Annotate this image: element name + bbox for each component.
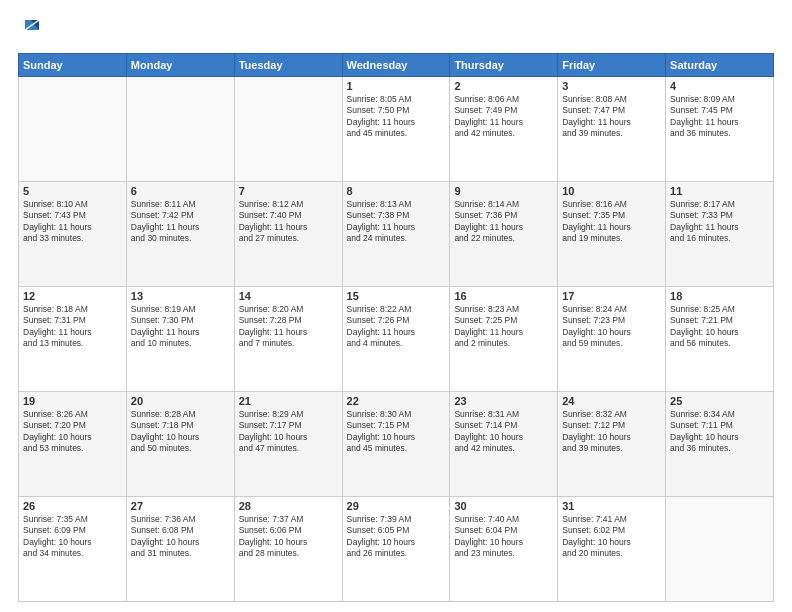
day-info: Sunrise: 8:10 AM Sunset: 7:43 PM Dayligh… xyxy=(23,199,122,245)
day-cell: 28Sunrise: 7:37 AM Sunset: 6:06 PM Dayli… xyxy=(234,496,342,601)
day-cell xyxy=(234,76,342,181)
day-info: Sunrise: 8:26 AM Sunset: 7:20 PM Dayligh… xyxy=(23,409,122,455)
day-number: 9 xyxy=(454,185,553,197)
day-cell: 25Sunrise: 8:34 AM Sunset: 7:11 PM Dayli… xyxy=(666,391,774,496)
day-info: Sunrise: 8:12 AM Sunset: 7:40 PM Dayligh… xyxy=(239,199,338,245)
day-number: 16 xyxy=(454,290,553,302)
day-info: Sunrise: 8:28 AM Sunset: 7:18 PM Dayligh… xyxy=(131,409,230,455)
day-info: Sunrise: 8:30 AM Sunset: 7:15 PM Dayligh… xyxy=(347,409,446,455)
day-info: Sunrise: 7:40 AM Sunset: 6:04 PM Dayligh… xyxy=(454,514,553,560)
day-info: Sunrise: 8:17 AM Sunset: 7:33 PM Dayligh… xyxy=(670,199,769,245)
day-cell xyxy=(19,76,127,181)
day-number: 20 xyxy=(131,395,230,407)
week-row-5: 26Sunrise: 7:35 AM Sunset: 6:09 PM Dayli… xyxy=(19,496,774,601)
day-number: 27 xyxy=(131,500,230,512)
day-info: Sunrise: 8:13 AM Sunset: 7:38 PM Dayligh… xyxy=(347,199,446,245)
day-cell: 18Sunrise: 8:25 AM Sunset: 7:21 PM Dayli… xyxy=(666,286,774,391)
day-cell xyxy=(666,496,774,601)
week-row-1: 1Sunrise: 8:05 AM Sunset: 7:50 PM Daylig… xyxy=(19,76,774,181)
page: SundayMondayTuesdayWednesdayThursdayFrid… xyxy=(0,0,792,612)
logo xyxy=(18,18,43,43)
day-cell: 17Sunrise: 8:24 AM Sunset: 7:23 PM Dayli… xyxy=(558,286,666,391)
day-number: 8 xyxy=(347,185,446,197)
logo-flag-icon xyxy=(21,16,43,38)
day-cell: 15Sunrise: 8:22 AM Sunset: 7:26 PM Dayli… xyxy=(342,286,450,391)
day-number: 3 xyxy=(562,80,661,92)
day-cell: 16Sunrise: 8:23 AM Sunset: 7:25 PM Dayli… xyxy=(450,286,558,391)
week-row-3: 12Sunrise: 8:18 AM Sunset: 7:31 PM Dayli… xyxy=(19,286,774,391)
week-row-4: 19Sunrise: 8:26 AM Sunset: 7:20 PM Dayli… xyxy=(19,391,774,496)
day-number: 2 xyxy=(454,80,553,92)
day-info: Sunrise: 8:18 AM Sunset: 7:31 PM Dayligh… xyxy=(23,304,122,350)
day-header-tuesday: Tuesday xyxy=(234,53,342,76)
day-number: 1 xyxy=(347,80,446,92)
day-header-wednesday: Wednesday xyxy=(342,53,450,76)
day-cell: 7Sunrise: 8:12 AM Sunset: 7:40 PM Daylig… xyxy=(234,181,342,286)
day-cell: 31Sunrise: 7:41 AM Sunset: 6:02 PM Dayli… xyxy=(558,496,666,601)
day-cell xyxy=(126,76,234,181)
day-number: 14 xyxy=(239,290,338,302)
day-cell: 2Sunrise: 8:06 AM Sunset: 7:49 PM Daylig… xyxy=(450,76,558,181)
day-cell: 1Sunrise: 8:05 AM Sunset: 7:50 PM Daylig… xyxy=(342,76,450,181)
day-cell: 10Sunrise: 8:16 AM Sunset: 7:35 PM Dayli… xyxy=(558,181,666,286)
day-cell: 29Sunrise: 7:39 AM Sunset: 6:05 PM Dayli… xyxy=(342,496,450,601)
day-cell: 23Sunrise: 8:31 AM Sunset: 7:14 PM Dayli… xyxy=(450,391,558,496)
day-info: Sunrise: 8:14 AM Sunset: 7:36 PM Dayligh… xyxy=(454,199,553,245)
day-cell: 22Sunrise: 8:30 AM Sunset: 7:15 PM Dayli… xyxy=(342,391,450,496)
day-info: Sunrise: 8:05 AM Sunset: 7:50 PM Dayligh… xyxy=(347,94,446,140)
day-info: Sunrise: 7:41 AM Sunset: 6:02 PM Dayligh… xyxy=(562,514,661,560)
day-info: Sunrise: 8:34 AM Sunset: 7:11 PM Dayligh… xyxy=(670,409,769,455)
day-number: 29 xyxy=(347,500,446,512)
day-number: 26 xyxy=(23,500,122,512)
day-header-thursday: Thursday xyxy=(450,53,558,76)
day-info: Sunrise: 8:29 AM Sunset: 7:17 PM Dayligh… xyxy=(239,409,338,455)
day-cell: 11Sunrise: 8:17 AM Sunset: 7:33 PM Dayli… xyxy=(666,181,774,286)
day-info: Sunrise: 8:09 AM Sunset: 7:45 PM Dayligh… xyxy=(670,94,769,140)
day-info: Sunrise: 8:23 AM Sunset: 7:25 PM Dayligh… xyxy=(454,304,553,350)
day-cell: 12Sunrise: 8:18 AM Sunset: 7:31 PM Dayli… xyxy=(19,286,127,391)
week-row-2: 5Sunrise: 8:10 AM Sunset: 7:43 PM Daylig… xyxy=(19,181,774,286)
day-number: 19 xyxy=(23,395,122,407)
day-number: 30 xyxy=(454,500,553,512)
day-number: 22 xyxy=(347,395,446,407)
day-header-saturday: Saturday xyxy=(666,53,774,76)
day-cell: 8Sunrise: 8:13 AM Sunset: 7:38 PM Daylig… xyxy=(342,181,450,286)
day-cell: 26Sunrise: 7:35 AM Sunset: 6:09 PM Dayli… xyxy=(19,496,127,601)
day-info: Sunrise: 8:11 AM Sunset: 7:42 PM Dayligh… xyxy=(131,199,230,245)
day-info: Sunrise: 8:31 AM Sunset: 7:14 PM Dayligh… xyxy=(454,409,553,455)
day-number: 6 xyxy=(131,185,230,197)
day-cell: 13Sunrise: 8:19 AM Sunset: 7:30 PM Dayli… xyxy=(126,286,234,391)
day-info: Sunrise: 8:16 AM Sunset: 7:35 PM Dayligh… xyxy=(562,199,661,245)
header-row: SundayMondayTuesdayWednesdayThursdayFrid… xyxy=(19,53,774,76)
day-info: Sunrise: 8:24 AM Sunset: 7:23 PM Dayligh… xyxy=(562,304,661,350)
day-info: Sunrise: 8:19 AM Sunset: 7:30 PM Dayligh… xyxy=(131,304,230,350)
day-cell: 27Sunrise: 7:36 AM Sunset: 6:08 PM Dayli… xyxy=(126,496,234,601)
day-number: 12 xyxy=(23,290,122,302)
day-number: 7 xyxy=(239,185,338,197)
day-cell: 4Sunrise: 8:09 AM Sunset: 7:45 PM Daylig… xyxy=(666,76,774,181)
day-cell: 30Sunrise: 7:40 AM Sunset: 6:04 PM Dayli… xyxy=(450,496,558,601)
day-info: Sunrise: 8:22 AM Sunset: 7:26 PM Dayligh… xyxy=(347,304,446,350)
day-number: 4 xyxy=(670,80,769,92)
day-number: 24 xyxy=(562,395,661,407)
day-info: Sunrise: 8:20 AM Sunset: 7:28 PM Dayligh… xyxy=(239,304,338,350)
day-info: Sunrise: 8:08 AM Sunset: 7:47 PM Dayligh… xyxy=(562,94,661,140)
day-cell: 5Sunrise: 8:10 AM Sunset: 7:43 PM Daylig… xyxy=(19,181,127,286)
day-number: 21 xyxy=(239,395,338,407)
day-info: Sunrise: 7:37 AM Sunset: 6:06 PM Dayligh… xyxy=(239,514,338,560)
day-info: Sunrise: 8:06 AM Sunset: 7:49 PM Dayligh… xyxy=(454,94,553,140)
day-number: 17 xyxy=(562,290,661,302)
day-cell: 19Sunrise: 8:26 AM Sunset: 7:20 PM Dayli… xyxy=(19,391,127,496)
day-info: Sunrise: 7:39 AM Sunset: 6:05 PM Dayligh… xyxy=(347,514,446,560)
day-info: Sunrise: 8:32 AM Sunset: 7:12 PM Dayligh… xyxy=(562,409,661,455)
day-number: 11 xyxy=(670,185,769,197)
day-number: 18 xyxy=(670,290,769,302)
day-cell: 20Sunrise: 8:28 AM Sunset: 7:18 PM Dayli… xyxy=(126,391,234,496)
day-number: 31 xyxy=(562,500,661,512)
day-cell: 24Sunrise: 8:32 AM Sunset: 7:12 PM Dayli… xyxy=(558,391,666,496)
calendar: SundayMondayTuesdayWednesdayThursdayFrid… xyxy=(18,53,774,602)
day-cell: 21Sunrise: 8:29 AM Sunset: 7:17 PM Dayli… xyxy=(234,391,342,496)
day-number: 25 xyxy=(670,395,769,407)
header xyxy=(18,18,774,43)
day-number: 15 xyxy=(347,290,446,302)
